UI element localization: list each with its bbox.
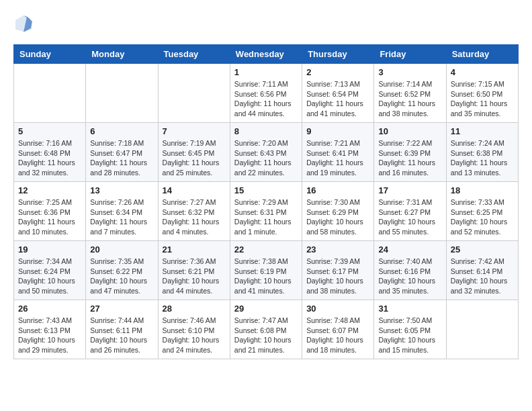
table-row: 17Sunrise: 7:31 AMSunset: 6:27 PMDayligh…: [374, 182, 446, 241]
day-number: 29: [234, 304, 298, 314]
table-row: 23Sunrise: 7:39 AMSunset: 6:17 PMDayligh…: [302, 241, 374, 300]
day-number: 30: [306, 304, 369, 314]
day-number: 12: [18, 185, 81, 195]
table-row: 13Sunrise: 7:26 AMSunset: 6:34 PMDayligh…: [86, 182, 158, 241]
table-row: 27Sunrise: 7:44 AMSunset: 6:11 PMDayligh…: [86, 300, 158, 359]
day-header-friday: Friday: [374, 45, 446, 64]
day-number: 24: [378, 244, 441, 255]
day-info: Sunrise: 7:30 AMSunset: 6:29 PMDaylight:…: [306, 197, 369, 237]
table-row: [86, 64, 158, 123]
table-row: 9Sunrise: 7:21 AMSunset: 6:41 PMDaylight…: [302, 123, 374, 182]
calendar-week-5: 26Sunrise: 7:43 AMSunset: 6:13 PMDayligh…: [14, 300, 519, 359]
day-number: 3: [378, 67, 441, 77]
day-number: 13: [90, 185, 153, 195]
day-number: 31: [378, 304, 441, 314]
calendar: SundayMondayTuesdayWednesdayThursdayFrid…: [13, 44, 519, 359]
day-info: Sunrise: 7:16 AMSunset: 6:48 PMDaylight:…: [18, 138, 81, 178]
table-row: 19Sunrise: 7:34 AMSunset: 6:24 PMDayligh…: [14, 241, 86, 300]
calendar-week-4: 19Sunrise: 7:34 AMSunset: 6:24 PMDayligh…: [14, 241, 519, 300]
table-row: 12Sunrise: 7:25 AMSunset: 6:36 PMDayligh…: [14, 182, 86, 241]
day-number: 10: [378, 126, 441, 136]
day-info: Sunrise: 7:40 AMSunset: 6:16 PMDaylight:…: [378, 257, 441, 296]
day-info: Sunrise: 7:21 AMSunset: 6:41 PMDaylight:…: [306, 138, 369, 178]
table-row: 3Sunrise: 7:14 AMSunset: 6:52 PMDaylight…: [374, 64, 446, 123]
table-row: 15Sunrise: 7:29 AMSunset: 6:31 PMDayligh…: [230, 182, 302, 241]
day-header-monday: Monday: [86, 45, 158, 64]
table-row: 29Sunrise: 7:47 AMSunset: 6:08 PMDayligh…: [230, 300, 302, 359]
table-row: 4Sunrise: 7:15 AMSunset: 6:50 PMDaylight…: [446, 64, 518, 123]
table-row: 5Sunrise: 7:16 AMSunset: 6:48 PMDaylight…: [14, 123, 86, 182]
table-row: 21Sunrise: 7:36 AMSunset: 6:21 PMDayligh…: [158, 241, 230, 300]
day-info: Sunrise: 7:39 AMSunset: 6:17 PMDaylight:…: [306, 257, 369, 296]
day-number: 7: [163, 126, 226, 136]
day-info: Sunrise: 7:22 AMSunset: 6:39 PMDaylight:…: [378, 138, 441, 178]
table-row: 26Sunrise: 7:43 AMSunset: 6:13 PMDayligh…: [14, 300, 86, 359]
table-row: [14, 64, 86, 123]
page-header: [13, 13, 519, 34]
calendar-header-row: SundayMondayTuesdayWednesdayThursdayFrid…: [14, 45, 519, 64]
day-info: Sunrise: 7:34 AMSunset: 6:24 PMDaylight:…: [18, 257, 81, 296]
day-number: 4: [451, 67, 514, 77]
table-row: 18Sunrise: 7:33 AMSunset: 6:25 PMDayligh…: [446, 182, 518, 241]
calendar-body: 1Sunrise: 7:11 AMSunset: 6:56 PMDaylight…: [14, 64, 519, 359]
day-number: 17: [378, 185, 441, 195]
day-info: Sunrise: 7:15 AMSunset: 6:50 PMDaylight:…: [451, 79, 514, 119]
table-row: 6Sunrise: 7:18 AMSunset: 6:47 PMDaylight…: [86, 123, 158, 182]
table-row: 8Sunrise: 7:20 AMSunset: 6:43 PMDaylight…: [230, 123, 302, 182]
day-info: Sunrise: 7:20 AMSunset: 6:43 PMDaylight:…: [234, 138, 298, 178]
day-info: Sunrise: 7:24 AMSunset: 6:38 PMDaylight:…: [451, 138, 514, 178]
table-row: 24Sunrise: 7:40 AMSunset: 6:16 PMDayligh…: [374, 241, 446, 300]
day-info: Sunrise: 7:31 AMSunset: 6:27 PMDaylight:…: [378, 197, 441, 237]
calendar-week-3: 12Sunrise: 7:25 AMSunset: 6:36 PMDayligh…: [14, 182, 519, 241]
day-info: Sunrise: 7:11 AMSunset: 6:56 PMDaylight:…: [234, 79, 298, 119]
day-number: 5: [18, 126, 81, 136]
calendar-week-2: 5Sunrise: 7:16 AMSunset: 6:48 PMDaylight…: [14, 123, 519, 182]
day-header-thursday: Thursday: [302, 45, 374, 64]
day-number: 9: [306, 126, 369, 136]
table-row: 14Sunrise: 7:27 AMSunset: 6:32 PMDayligh…: [158, 182, 230, 241]
table-row: 1Sunrise: 7:11 AMSunset: 6:56 PMDaylight…: [230, 64, 302, 123]
day-number: 25: [451, 244, 514, 255]
table-row: 7Sunrise: 7:19 AMSunset: 6:45 PMDaylight…: [158, 123, 230, 182]
day-info: Sunrise: 7:47 AMSunset: 6:08 PMDaylight:…: [234, 316, 298, 355]
day-info: Sunrise: 7:48 AMSunset: 6:07 PMDaylight:…: [306, 316, 369, 355]
day-number: 6: [90, 126, 153, 136]
table-row: 11Sunrise: 7:24 AMSunset: 6:38 PMDayligh…: [446, 123, 518, 182]
day-number: 19: [18, 244, 81, 255]
table-row: 25Sunrise: 7:42 AMSunset: 6:14 PMDayligh…: [446, 241, 518, 300]
day-info: Sunrise: 7:25 AMSunset: 6:36 PMDaylight:…: [18, 197, 81, 237]
day-number: 28: [163, 304, 226, 314]
day-number: 8: [234, 126, 298, 136]
day-info: Sunrise: 7:13 AMSunset: 6:54 PMDaylight:…: [306, 79, 369, 119]
day-info: Sunrise: 7:50 AMSunset: 6:05 PMDaylight:…: [378, 316, 441, 355]
table-row: 30Sunrise: 7:48 AMSunset: 6:07 PMDayligh…: [302, 300, 374, 359]
day-number: 1: [234, 67, 298, 77]
day-number: 26: [18, 304, 81, 314]
day-info: Sunrise: 7:19 AMSunset: 6:45 PMDaylight:…: [163, 138, 226, 178]
day-info: Sunrise: 7:33 AMSunset: 6:25 PMDaylight:…: [451, 197, 514, 237]
day-info: Sunrise: 7:42 AMSunset: 6:14 PMDaylight:…: [451, 257, 514, 296]
day-info: Sunrise: 7:26 AMSunset: 6:34 PMDaylight:…: [90, 197, 153, 237]
table-row: 2Sunrise: 7:13 AMSunset: 6:54 PMDaylight…: [302, 64, 374, 123]
table-row: [158, 64, 230, 123]
day-info: Sunrise: 7:14 AMSunset: 6:52 PMDaylight:…: [378, 79, 441, 119]
day-info: Sunrise: 7:18 AMSunset: 6:47 PMDaylight:…: [90, 138, 153, 178]
logo-icon: [13, 13, 34, 34]
table-row: 22Sunrise: 7:38 AMSunset: 6:19 PMDayligh…: [230, 241, 302, 300]
day-number: 21: [163, 244, 226, 255]
day-number: 16: [306, 185, 369, 195]
day-info: Sunrise: 7:35 AMSunset: 6:22 PMDaylight:…: [90, 257, 153, 296]
day-info: Sunrise: 7:36 AMSunset: 6:21 PMDaylight:…: [163, 257, 226, 296]
day-info: Sunrise: 7:44 AMSunset: 6:11 PMDaylight:…: [90, 316, 153, 355]
day-info: Sunrise: 7:43 AMSunset: 6:13 PMDaylight:…: [18, 316, 81, 355]
day-info: Sunrise: 7:27 AMSunset: 6:32 PMDaylight:…: [163, 197, 226, 237]
table-row: [446, 300, 518, 359]
day-number: 11: [451, 126, 514, 136]
day-header-sunday: Sunday: [14, 45, 86, 64]
table-row: 28Sunrise: 7:46 AMSunset: 6:10 PMDayligh…: [158, 300, 230, 359]
day-header-tuesday: Tuesday: [158, 45, 230, 64]
day-info: Sunrise: 7:46 AMSunset: 6:10 PMDaylight:…: [163, 316, 226, 355]
day-number: 20: [90, 244, 153, 255]
day-number: 22: [234, 244, 298, 255]
table-row: 16Sunrise: 7:30 AMSunset: 6:29 PMDayligh…: [302, 182, 374, 241]
